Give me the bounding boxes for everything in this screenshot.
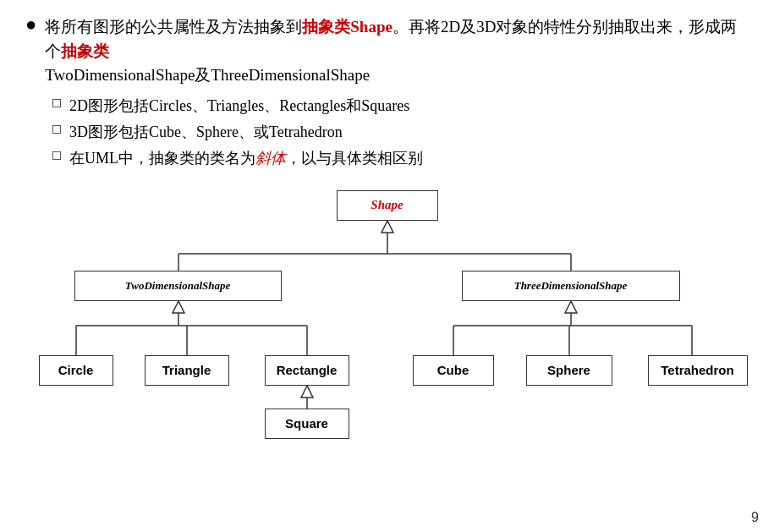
- svg-marker-3: [382, 221, 393, 233]
- svg-marker-13: [301, 386, 313, 398]
- two-dim-label: TwoDimensionalShape: [125, 279, 230, 293]
- svg-marker-11: [173, 301, 184, 313]
- bullet-text: 将所有图形的公共属性及方法抽象到抽象类Shape。再将2D及3D对象的特性分别抽…: [45, 15, 749, 88]
- uml-two-dim-box: TwoDimensionalShape: [74, 271, 282, 301]
- uml-triangle-box: Triangle: [145, 355, 229, 386]
- uml-three-dim-box: ThreeDimensionalShape: [462, 271, 680, 301]
- uml-tetrahedron-box: Tetrahedron: [648, 355, 748, 386]
- uml-square-box: Square: [265, 409, 349, 439]
- sub-bullets: 2D图形包括Circles、Triangles、Rectangles和Squar…: [52, 95, 749, 170]
- three-dim-label: ThreeDimensionalShape: [514, 279, 628, 293]
- italic-text-after: ，以与具体类相区别: [286, 150, 423, 167]
- rectangle-label: Rectangle: [277, 363, 338, 377]
- shape-label: Shape: [371, 198, 403, 212]
- sub-text-3d: 3D图形包括Cube、Sphere、或Tetrahedron: [69, 121, 343, 144]
- circle-label: Circle: [58, 363, 94, 377]
- abstract-class-highlight: 抽象类: [61, 42, 109, 60]
- uml-rectangle-box: Rectangle: [265, 355, 349, 386]
- sub-bullet-square-italic: [52, 151, 61, 160]
- bullet-dot: ●: [25, 14, 36, 36]
- sub-bullet-square-3d: [52, 125, 61, 134]
- italic-text-before: 在UML中，抽象类的类名为: [69, 150, 255, 167]
- slide-content: ● 将所有图形的公共属性及方法抽象到抽象类Shape。再将2D及3D对象的特性分…: [0, 0, 774, 182]
- sub-item-2d: 2D图形包括Circles、Triangles、Rectangles和Squar…: [52, 95, 749, 118]
- italic-red-text: 斜体: [255, 150, 286, 167]
- sub-item-3d: 3D图形包括Cube、Sphere、或Tetrahedron: [52, 121, 749, 144]
- triangle-label: Triangle: [162, 363, 211, 377]
- sphere-label: Sphere: [547, 363, 590, 377]
- uml-shape-box: Shape: [337, 190, 438, 221]
- uml-diagram: Shape TwoDimensionalShape ThreeDimension…: [24, 190, 751, 440]
- main-bullet: ● 将所有图形的公共属性及方法抽象到抽象类Shape。再将2D及3D对象的特性分…: [25, 15, 749, 88]
- cube-label: Cube: [437, 363, 469, 377]
- sub-text-italic: 在UML中，抽象类的类名为斜体，以与具体类相区别: [69, 147, 423, 170]
- uml-connections: [24, 190, 751, 440]
- square-label: Square: [285, 416, 328, 431]
- text-line3: TwoDimensionalShape及ThreeDimensionalShap…: [45, 66, 370, 84]
- text-before-red1: 将所有图形的公共属性及方法抽象到: [45, 18, 302, 36]
- tetrahedron-label: Tetrahedron: [661, 363, 733, 377]
- uml-sphere-box: Sphere: [526, 355, 612, 386]
- sub-item-italic: 在UML中，抽象类的类名为斜体，以与具体类相区别: [52, 147, 749, 170]
- uml-cube-box: Cube: [413, 355, 494, 386]
- abstract-shape-highlight: 抽象类Shape: [302, 18, 392, 36]
- svg-marker-19: [565, 301, 577, 313]
- page-number: 9: [751, 510, 759, 525]
- sub-bullet-square-2d: [52, 99, 61, 107]
- uml-circle-box: Circle: [39, 355, 113, 386]
- sub-text-2d: 2D图形包括Circles、Triangles、Rectangles和Squar…: [69, 95, 409, 118]
